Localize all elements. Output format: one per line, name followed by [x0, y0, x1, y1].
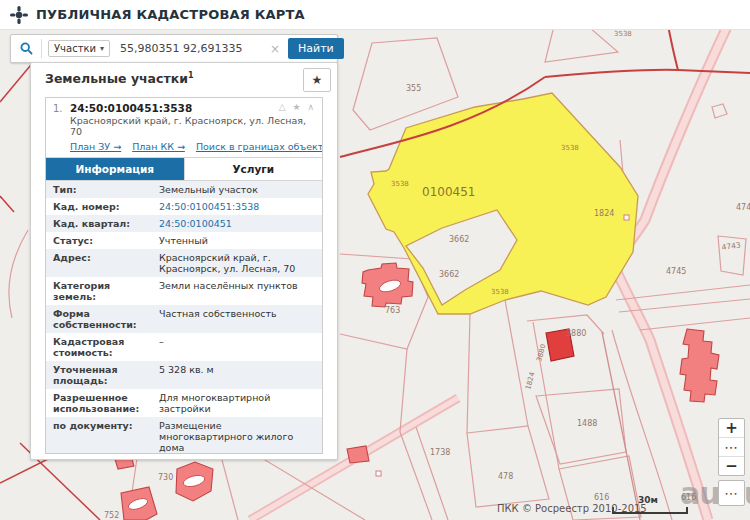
parcel-item-header: 1. 24:50:0100451:3538 △ ★ ∧ Красноярский… [46, 98, 322, 152]
tab-services[interactable]: Услуги [184, 158, 323, 180]
results-panel: Земельные участки1 ★ 1. 24:50:0100451:35… [30, 62, 338, 460]
plan-kk-link[interactable]: План КК → [132, 141, 185, 152]
plan-zu-link[interactable]: План ЗУ → [70, 141, 121, 152]
info-row-value-link[interactable]: 24:50:0100451:3538 [157, 199, 322, 214]
info-row-label: Адрес: [46, 250, 157, 276]
map-parcel-label: 1824 [594, 209, 614, 218]
page-title: ПУБЛИЧНАЯ КАДАСТРОВАЯ КАРТА [36, 7, 305, 22]
map-attribution: ПКК © Росреестр 2010-2015 [497, 503, 647, 514]
map-parcel-label: 0100451 [422, 185, 475, 199]
map-parcel-label: 3662 [439, 270, 459, 279]
info-row-value: Красноярский край, г. Красноярск, ул. Ле… [157, 250, 322, 276]
info-row: Тип:Земельный участок [46, 181, 322, 198]
info-table: Тип:Земельный участокКад. номер:24:50:01… [46, 181, 322, 454]
info-row-label: Разрешенное использование: [46, 390, 157, 416]
map-parcel-label: 3538 [614, 30, 632, 38]
search-bar: Участки ▾ × Найти [10, 34, 338, 63]
map-parcel-label: 752 [104, 511, 119, 520]
map-parcel-label: 4743 [736, 203, 750, 212]
zoom-in-button[interactable]: + [719, 419, 744, 438]
info-row-value: Для многоквартирной застройки [157, 390, 322, 416]
parcel-tabs: Информация Услуги [46, 157, 322, 181]
info-row: Разрешенное использование:Для многокварт… [46, 389, 322, 417]
info-row-value: Земельный участок [157, 182, 322, 197]
tab-information[interactable]: Информация [46, 158, 184, 180]
map-parcel-label: 3538 [391, 180, 409, 188]
info-row: Форма собственности:Частная собственност… [46, 305, 322, 333]
zoom-out-button[interactable]: − [719, 457, 744, 475]
info-row: Категория земель:Земли населённых пункто… [46, 277, 322, 305]
parcel-item-icons[interactable]: △ ★ ∧ [279, 102, 316, 112]
search-icon[interactable] [11, 39, 42, 58]
layers-button[interactable]: ••• [718, 480, 745, 506]
info-row: Уточненная площадь:5 328 кв. м [46, 361, 322, 389]
app-header: ПУБЛИЧНАЯ КАДАСТРОВАЯ КАРТА [0, 0, 750, 30]
info-row-label: Кад. квартал: [46, 216, 157, 231]
info-row-label: Статус: [46, 233, 157, 248]
parcel-links: План ЗУ → План КК → Поиск в границах объ… [70, 141, 316, 152]
info-row: Статус:Учтенный [46, 232, 322, 249]
info-row-value: 5 328 кв. м [157, 362, 322, 388]
info-row-value: – [157, 334, 322, 360]
find-button[interactable]: Найти [288, 38, 344, 59]
info-row: Кадастровая стоимость:– [46, 333, 322, 361]
favorites-star-button[interactable]: ★ [303, 68, 331, 92]
map-parcel-label: 4745 [666, 267, 686, 276]
info-row-value: Земли населённых пунктов [157, 278, 322, 304]
info-row-label: Форма собственности: [46, 306, 157, 332]
map-parcel-label: 3662 [449, 235, 469, 244]
map-parcel-label: 616 [594, 493, 609, 502]
parcel-address: Красноярский край, г. Красноярск, ул. Ле… [70, 115, 316, 137]
map-parcel-label: 1738 [430, 448, 450, 457]
search-in-bounds-link[interactable]: Поиск в границах объекта → [196, 141, 323, 152]
info-row-label: Кад. номер: [46, 199, 157, 214]
info-row: Адрес:Красноярский край, г. Красноярск, … [46, 249, 322, 277]
parcel-index: 1. [53, 103, 63, 114]
clear-search-icon[interactable]: × [267, 42, 283, 56]
info-row: по документу:Размещение многоквартирного… [46, 417, 322, 454]
search-input[interactable] [118, 41, 267, 56]
search-category-dropdown[interactable]: Участки ▾ [48, 40, 110, 57]
info-row-label: Кадастровая стоимость: [46, 334, 157, 360]
layers-dots-icon: ••• [725, 490, 739, 497]
zoom-more-button[interactable]: ••• [719, 438, 744, 457]
info-row-label: по документу: [46, 418, 157, 454]
map-parcel-label: 730 [158, 473, 173, 482]
map-parcel-label: 355 [406, 84, 421, 93]
map-parcel-label: 3538 [561, 144, 579, 152]
info-row-label: Уточненная площадь: [46, 362, 157, 388]
info-row-value: Частная собственность [157, 306, 322, 332]
pkk-logo-icon [10, 6, 28, 24]
map-parcel-label: 478 [498, 472, 513, 481]
map-parcel-label: 3538 [491, 288, 509, 296]
info-row-label: Тип: [46, 182, 157, 197]
info-row-value-link[interactable]: 24:50:0100451 [157, 216, 322, 231]
info-row: Кад. квартал:24:50:0100451 [46, 215, 322, 232]
zoom-controls: + ••• − [718, 418, 745, 476]
results-title: Земельные участки1 [45, 71, 194, 86]
parcel-card: 1. 24:50:0100451:3538 △ ★ ∧ Красноярский… [45, 97, 323, 454]
map-parcel-label: 763 [385, 306, 400, 315]
info-row-value: Размещение многоквартирного жилого дома [157, 418, 322, 454]
map-parcel-label: 3880 [566, 329, 586, 338]
results-count: 1 [188, 71, 194, 80]
info-row-label: Категория земель: [46, 278, 157, 304]
info-row: Кад. номер:24:50:0100451:3538 [46, 198, 322, 215]
chevron-down-icon: ▾ [100, 44, 104, 53]
search-category-label: Участки [54, 43, 96, 54]
map-parcel-label: 1488 [577, 419, 597, 428]
info-row-value: Учтенный [157, 233, 322, 248]
